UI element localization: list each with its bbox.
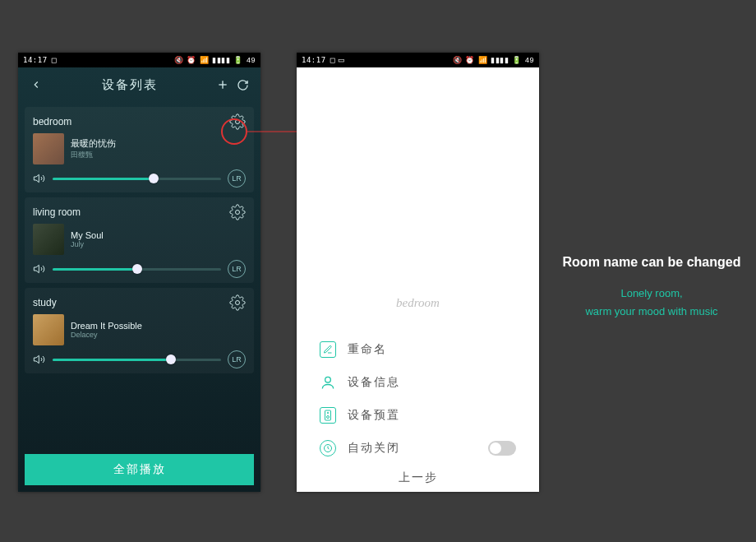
svg-marker-5	[34, 265, 39, 272]
settings-menu: 重命名 设备信息 设备预置 自动关闭	[297, 333, 539, 465]
play-all-button[interactable]: 全部播放	[25, 454, 254, 485]
gear-icon[interactable]	[229, 294, 246, 311]
volume-icon[interactable]	[33, 353, 46, 366]
refresh-button[interactable]	[233, 75, 252, 95]
phone-settings: 14:17 ◻ ▭ 🔇 ⏰ 📶 ▮▮▮▮ 🔋 49 bedroom 重命名	[297, 53, 539, 492]
device-card[interactable]: bedroom 最暖的忧伤 田馥甄 LR	[25, 107, 254, 192]
volume-slider[interactable]	[53, 268, 221, 271]
auto-off-toggle[interactable]	[488, 441, 516, 456]
song-title: 最暖的忧伤	[71, 137, 246, 150]
svg-point-6	[236, 301, 240, 305]
gear-icon[interactable]	[229, 204, 246, 220]
statusbar-time: 14:17	[302, 56, 326, 64]
svg-marker-3	[34, 174, 39, 182]
lr-channel-button[interactable]: LR	[228, 169, 246, 188]
caption-heading: Room name can be changed	[557, 255, 746, 270]
clock-icon	[320, 440, 336, 456]
statusbar: 14:17 ◻ 🔇 ⏰ 📶 ▮▮▮▮ 🔋 49	[18, 53, 260, 67]
device-card[interactable]: study Dream It Possible Delacey LR	[25, 288, 254, 373]
caption: Room name can be changed Lonely room, wa…	[557, 255, 746, 321]
wifi-icon: 📶	[478, 56, 488, 64]
device-name: bedroom	[33, 116, 229, 127]
song-title: Dream It Possible	[71, 321, 246, 331]
album-art	[33, 314, 64, 345]
statusbar: 14:17 ◻ ▭ 🔇 ⏰ 📶 ▮▮▮▮ 🔋 49	[297, 53, 539, 67]
menu-rename[interactable]: 重命名	[297, 333, 539, 366]
menu-label: 设备预置	[348, 408, 516, 423]
album-art	[33, 224, 64, 255]
menu-device-preset[interactable]: 设备预置	[297, 399, 539, 432]
device-card[interactable]: living room My Soul July LR	[25, 197, 254, 283]
svg-point-2	[236, 120, 240, 124]
device-name: study	[33, 297, 229, 308]
user-icon	[320, 374, 336, 391]
back-step-button[interactable]: 上一步	[297, 470, 539, 485]
device-icon	[320, 407, 336, 424]
gear-icon[interactable]	[229, 113, 246, 130]
menu-label: 重命名	[348, 342, 516, 357]
caption-line: warm your mood with music	[585, 305, 717, 317]
battery-icon: 🔋	[512, 56, 522, 64]
menu-device-info[interactable]: 设备信息	[297, 366, 539, 399]
svg-point-4	[236, 211, 240, 215]
svg-point-11	[327, 416, 330, 419]
battery-icon: 🔋	[233, 56, 243, 64]
alarm-icon: ⏰	[465, 56, 475, 64]
statusbar-time: 14:17	[23, 56, 48, 64]
wifi-icon: 📶	[200, 56, 210, 64]
svg-marker-7	[34, 355, 39, 363]
volume-icon[interactable]	[33, 262, 46, 276]
song-artist: Delacey	[71, 331, 246, 339]
lr-channel-button[interactable]: LR	[228, 350, 246, 368]
svg-point-12	[327, 412, 329, 414]
song-artist: July	[71, 240, 246, 248]
menu-label: 设备信息	[348, 375, 516, 390]
alarm-icon: ⏰	[187, 56, 196, 64]
song-title: My Soul	[71, 230, 246, 240]
phone-device-list: 14:17 ◻ 🔇 ⏰ 📶 ▮▮▮▮ 🔋 49 设备列表 bedroom	[18, 53, 260, 492]
statusbar-battery: 49	[525, 56, 534, 64]
menu-label: 自动关闭	[348, 441, 477, 456]
mute-icon: 🔇	[453, 56, 463, 64]
edit-icon	[320, 341, 336, 358]
volume-slider[interactable]	[53, 178, 221, 180]
room-name-display: bedroom	[297, 296, 539, 310]
lr-channel-button[interactable]: LR	[228, 260, 246, 278]
mute-icon: 🔇	[174, 56, 184, 64]
svg-point-9	[325, 377, 331, 382]
device-name: living room	[33, 206, 229, 218]
menu-auto-off[interactable]: 自动关闭	[297, 432, 539, 465]
page-title: 设备列表	[46, 77, 213, 93]
add-button[interactable]	[213, 75, 233, 95]
back-button[interactable]	[26, 75, 46, 95]
album-art	[33, 133, 64, 164]
song-artist: 田馥甄	[71, 150, 246, 160]
volume-slider[interactable]	[53, 359, 221, 361]
volume-icon[interactable]	[33, 172, 46, 185]
header: 设备列表	[18, 67, 260, 102]
caption-line: Lonely room,	[620, 287, 682, 299]
statusbar-battery: 49	[247, 56, 256, 64]
